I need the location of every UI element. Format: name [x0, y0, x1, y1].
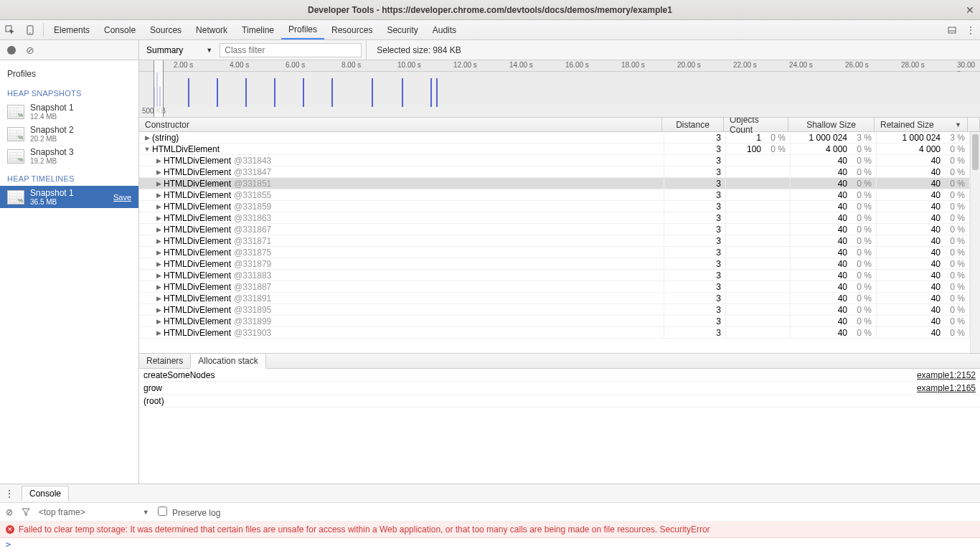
detail-tab-retainers[interactable]: Retainers — [139, 354, 190, 368]
heap-row[interactable]: ▶(string)310 %1 000 0243 %1 000 0243 % — [139, 132, 980, 143]
detail-tab-allocation-stack[interactable]: Allocation stack — [190, 354, 265, 369]
clear-button[interactable]: ⊘ — [26, 44, 34, 56]
heap-row[interactable]: ▶HTMLDivElement@3318873400 %400 % — [139, 281, 980, 293]
snapshot-item[interactable]: %Snapshot 220.2 MB — [0, 123, 138, 145]
disclosure-triangle[interactable]: ▶ — [155, 180, 162, 187]
allocation-timeline[interactable]: 2.00 s4.00 s6.00 s8.00 s10.00 s12.00 s14… — [139, 60, 980, 118]
class-filter-input[interactable] — [220, 43, 362, 57]
heap-row[interactable]: ▶HTMLDivElement@3318433400 %400 % — [139, 155, 980, 166]
allocation-bar[interactable] — [372, 78, 373, 107]
col-shallow-size[interactable]: Shallow Size — [788, 118, 875, 131]
allocation-bar[interactable] — [436, 78, 438, 107]
disclosure-triangle[interactable]: ▶ — [155, 192, 162, 199]
disclosure-triangle[interactable]: ▶ — [155, 318, 162, 325]
disclosure-triangle[interactable]: ▶ — [155, 272, 162, 279]
tab-elements[interactable]: Elements — [47, 20, 97, 39]
timeline-tick: 18.00 s — [621, 61, 645, 69]
heap-grid-body[interactable]: ▶(string)310 %1 000 0243 %1 000 0243 %▼H… — [139, 132, 980, 353]
frame-select[interactable]: <top frame> ▼ — [39, 507, 149, 517]
allocation-bar[interactable] — [402, 78, 403, 107]
stack-source-link[interactable]: example1:2165 — [917, 383, 976, 393]
disclosure-triangle[interactable]: ▶ — [155, 329, 162, 336]
heap-row[interactable]: ▶HTMLDivElement@3318673400 %400 % — [139, 224, 980, 235]
allocation-bar[interactable] — [245, 78, 247, 107]
tab-network[interactable]: Network — [189, 20, 235, 39]
heap-row[interactable]: ▶HTMLDivElement@3318833400 %400 % — [139, 270, 980, 281]
console-filter-icon[interactable] — [22, 508, 30, 517]
snapshot-item[interactable]: %Snapshot 319.2 MB — [0, 145, 138, 167]
heap-row[interactable]: ▶HTMLDivElement@3318993400 %400 % — [139, 316, 980, 327]
tab-console[interactable]: Console — [97, 20, 143, 39]
heap-row[interactable]: ▶HTMLDivElement@3318513400 %400 % — [139, 178, 980, 189]
disclosure-triangle[interactable]: ▶ — [155, 249, 162, 256]
allocation-bar[interactable] — [188, 78, 189, 107]
console-error-row[interactable]: ✕ Failed to clear temp storage: It was d… — [0, 522, 980, 538]
console-clear-icon[interactable]: ⊘ — [6, 507, 13, 517]
heap-row[interactable]: ▶HTMLDivElement@3318593400 %400 % — [139, 201, 980, 212]
tab-resources[interactable]: Resources — [324, 20, 380, 39]
stack-frame-row[interactable]: (root) — [139, 395, 980, 408]
cell-shallow: 400 % — [791, 201, 877, 212]
heap-row[interactable]: ▶HTMLDivElement@3318473400 %400 % — [139, 166, 980, 178]
timeline-selection[interactable] — [154, 60, 164, 117]
disclosure-triangle[interactable]: ▶ — [155, 306, 162, 314]
stack-frame-row[interactable]: createSomeNodesexample1:2152 — [139, 369, 980, 382]
console-tab[interactable]: Console — [22, 486, 69, 501]
heap-row[interactable]: ▶HTMLDivElement@3318713400 %400 % — [139, 235, 980, 247]
vertical-scrollbar[interactable] — [970, 132, 980, 353]
allocation-bar[interactable] — [430, 78, 432, 107]
disclosure-triangle[interactable]: ▶ — [155, 157, 162, 164]
heap-row[interactable]: ▶HTMLDivElement@3318633400 %400 % — [139, 212, 980, 224]
disclosure-triangle[interactable]: ▶ — [155, 260, 162, 268]
allocation-bar[interactable] — [303, 78, 304, 107]
device-mode-icon[interactable] — [20, 20, 40, 39]
stack-source-link[interactable]: example1:2152 — [917, 370, 976, 380]
disclosure-triangle[interactable]: ▶ — [155, 169, 162, 176]
heap-row[interactable]: ▶HTMLDivElement@3318953400 %400 % — [139, 304, 980, 316]
col-objects-count[interactable]: Objects Count — [724, 118, 788, 131]
heap-row[interactable]: ▶HTMLDivElement@3318553400 %400 % — [139, 189, 980, 201]
scrollbar-thumb[interactable] — [972, 134, 979, 170]
tab-audits[interactable]: Audits — [425, 20, 463, 39]
allocation-bar[interactable] — [217, 78, 218, 107]
tab-sources[interactable]: Sources — [143, 20, 189, 39]
col-constructor[interactable]: Constructor — [139, 118, 662, 131]
disclosure-triangle[interactable]: ▶ — [143, 134, 151, 141]
constructor-name: HTMLDivElement — [164, 225, 231, 235]
record-button[interactable] — [7, 46, 16, 55]
heap-row[interactable]: ▶HTMLDivElement@3319033400 %400 % — [139, 327, 980, 339]
heap-row[interactable]: ▼HTMLDivElement31000 %4 0000 %4 0000 % — [139, 143, 980, 155]
tab-profiles[interactable]: Profiles — [281, 20, 324, 39]
disclosure-triangle[interactable]: ▶ — [155, 226, 162, 233]
snapshot-item[interactable]: %Snapshot 112.4 MB — [0, 100, 138, 123]
window-close-button[interactable]: ✕ — [966, 4, 974, 16]
inspect-element-icon[interactable] — [0, 20, 20, 39]
tab-timeline[interactable]: Timeline — [235, 20, 281, 39]
console-prompt[interactable]: > — [0, 538, 980, 551]
allocation-bar[interactable] — [331, 78, 333, 107]
col-retained-size[interactable]: Retained Size▼ — [875, 118, 968, 131]
heap-row[interactable]: ▶HTMLDivElement@3318793400 %400 % — [139, 258, 980, 270]
disclosure-triangle[interactable]: ▼ — [143, 146, 151, 153]
disclosure-triangle[interactable]: ▶ — [155, 295, 162, 302]
heap-row[interactable]: ▶HTMLDivElement@3318913400 %400 % — [139, 293, 980, 304]
preserve-log-toggle[interactable]: Preserve log — [158, 507, 221, 518]
disclosure-triangle[interactable]: ▶ — [155, 283, 162, 291]
heap-row[interactable]: ▶HTMLDivElement@3318753400 %400 % — [139, 247, 980, 258]
preserve-log-checkbox[interactable] — [158, 507, 167, 516]
drawer-toggle-icon[interactable] — [943, 20, 961, 39]
frame-label: <top frame> — [39, 507, 85, 517]
cell-shallow: 1 000 0243 % — [791, 132, 877, 143]
col-distance[interactable]: Distance — [662, 118, 724, 131]
view-mode-select[interactable]: Summary ▼ — [146, 45, 212, 55]
disclosure-triangle[interactable]: ▶ — [155, 237, 162, 245]
kebab-menu-icon[interactable]: ⋮ — [961, 20, 980, 39]
snapshot-save-link[interactable]: Save — [113, 193, 131, 202]
console-menu-icon[interactable]: ⋮ — [0, 488, 19, 499]
disclosure-triangle[interactable]: ▶ — [155, 215, 162, 222]
disclosure-triangle[interactable]: ▶ — [155, 203, 162, 210]
tab-security[interactable]: Security — [380, 20, 425, 39]
stack-frame-row[interactable]: growexample1:2165 — [139, 382, 980, 395]
snapshot-item[interactable]: %Snapshot 136.5 MBSave — [0, 186, 138, 208]
allocation-bar[interactable] — [274, 78, 275, 107]
